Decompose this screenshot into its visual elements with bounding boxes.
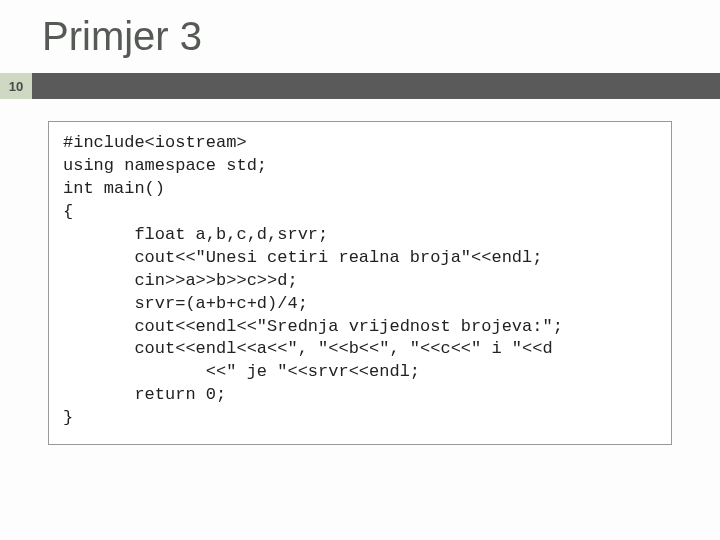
accent-bar-fill: [32, 73, 720, 99]
code-block: #include<iostream> using namespace std; …: [48, 121, 672, 445]
accent-bar: 10: [0, 73, 720, 99]
slide: Primjer 3 10 #include<iostream> using na…: [0, 0, 720, 540]
page-number-badge: 10: [0, 73, 32, 99]
slide-title: Primjer 3: [42, 14, 720, 59]
